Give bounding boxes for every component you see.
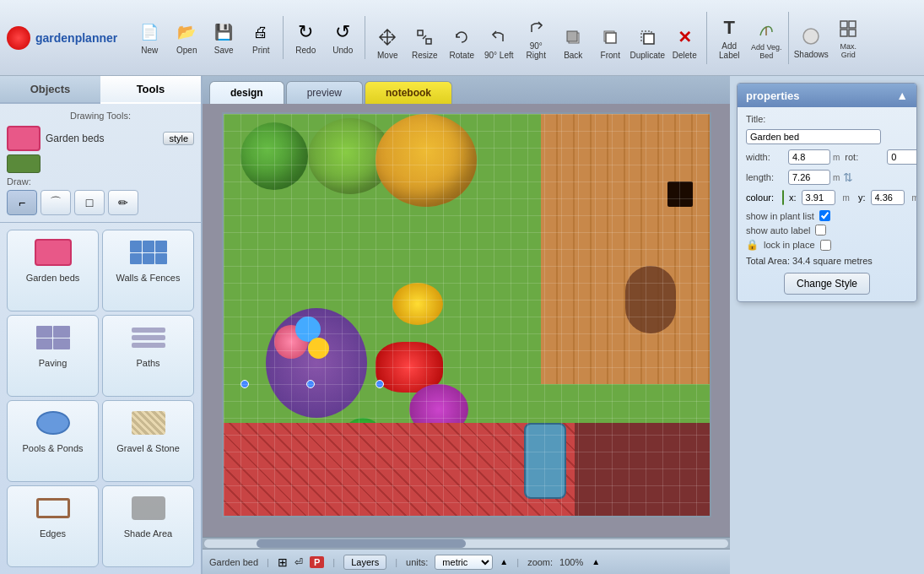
- new-label: New: [141, 46, 158, 55]
- max-grid-button[interactable]: Max. Grid: [829, 13, 867, 63]
- show-plant-list-checkbox[interactable]: [819, 210, 830, 221]
- file-tools: 📄 New 📂 Open 💾 Save 🖨 Print: [131, 16, 284, 59]
- redo-icon: ↻: [294, 20, 317, 44]
- logo-text: gardenplanner: [35, 31, 117, 45]
- object-garden-beds[interactable]: Garden beds: [7, 230, 99, 311]
- status-sep-4: |: [516, 557, 519, 567]
- add-label-button[interactable]: T Add Label: [711, 12, 748, 64]
- marker-btn[interactable]: P: [310, 556, 324, 568]
- object-paving[interactable]: Paving: [7, 315, 99, 397]
- move-button[interactable]: Move: [369, 21, 406, 64]
- rotate-right-button[interactable]: 90° Right: [517, 12, 554, 64]
- show-auto-label-checkbox[interactable]: [815, 225, 826, 236]
- canvas-scroll[interactable]: [203, 104, 730, 537]
- flowers-scatter-1: [392, 283, 443, 325]
- topbar: gardenplanner 📄 New 📂 Open 💾 Save 🖨 Prin…: [0, 0, 924, 76]
- units-select[interactable]: metric imperial: [435, 555, 493, 570]
- rotate-left-button[interactable]: 90° Left: [480, 21, 517, 64]
- colour-swatch[interactable]: [782, 190, 784, 205]
- prop-title-input-row: [746, 129, 908, 144]
- add-veg-bed-button[interactable]: Add Veg. Bed: [748, 14, 785, 64]
- tab-notebook[interactable]: notebook: [365, 81, 452, 104]
- open-label: Open: [176, 46, 197, 55]
- zoom-arrow[interactable]: ▲: [592, 557, 600, 566]
- tab-design[interactable]: design: [209, 81, 284, 104]
- length-label: length:: [746, 172, 788, 182]
- edges-icon: [31, 491, 75, 525]
- redo-button[interactable]: ↻ Redo: [287, 16, 324, 59]
- selection-handle-tl[interactable]: [240, 380, 249, 388]
- draw-curve-button[interactable]: ⌒: [41, 190, 71, 215]
- object-paths[interactable]: Paths: [102, 315, 194, 397]
- object-gravel[interactable]: Gravel & Stone: [102, 400, 194, 482]
- prop-width-row: width: m rot:: [746, 149, 908, 165]
- horizontal-scrollbar[interactable]: [203, 537, 730, 549]
- selection-handle-tm[interactable]: [306, 380, 315, 388]
- delete-button[interactable]: ✕ Delete: [666, 21, 703, 64]
- draw-rect-button[interactable]: ⌐: [7, 190, 37, 215]
- tab-tools[interactable]: Tools: [100, 76, 201, 104]
- svg-rect-1: [426, 39, 431, 44]
- properties-body: Title: width: m rot: length: m ⇅: [738, 107, 916, 301]
- draw-freehand-button[interactable]: ✏: [108, 190, 138, 215]
- lock-in-place-checkbox[interactable]: [820, 240, 831, 251]
- object-shade[interactable]: Shade Area: [102, 485, 194, 567]
- units-arrow[interactable]: ▲: [500, 557, 508, 566]
- object-walls-fences[interactable]: Walls & Fences: [102, 230, 194, 311]
- length-input[interactable]: [788, 170, 830, 185]
- left-panel: Objects Tools Drawing Tools: Garden beds…: [0, 76, 203, 574]
- status-sep-1: |: [267, 557, 269, 567]
- undo-button[interactable]: ↺ Undo: [324, 16, 361, 59]
- rot-input[interactable]: [887, 149, 917, 165]
- new-button[interactable]: 📄 New: [131, 16, 168, 59]
- duplicate-button[interactable]: Duplicate: [629, 21, 666, 64]
- undo-icon: ↺: [331, 20, 354, 44]
- object-pools[interactable]: Pools & Ponds: [7, 400, 99, 482]
- front-label: Front: [601, 51, 620, 60]
- garden-bed-color-box: [7, 126, 41, 151]
- front-button[interactable]: Front: [592, 21, 629, 64]
- style-button[interactable]: style: [163, 132, 194, 145]
- open-button[interactable]: 📂 Open: [168, 16, 205, 59]
- save-button[interactable]: 💾 Save: [205, 16, 242, 59]
- y-unit: m: [912, 193, 918, 203]
- length-arrows[interactable]: ⇅: [843, 171, 853, 184]
- duplicate-label: Duplicate: [630, 51, 665, 60]
- svg-rect-8: [644, 34, 654, 44]
- tab-bar: design preview notebook: [203, 76, 730, 104]
- walls-icon: [127, 236, 170, 269]
- tab-preview[interactable]: preview: [286, 81, 363, 104]
- y-input[interactable]: [871, 190, 905, 205]
- scroll-thumb[interactable]: [257, 539, 466, 548]
- change-style-button[interactable]: Change Style: [784, 273, 870, 295]
- status-sep-2: |: [332, 557, 335, 567]
- duplicate-icon: [635, 25, 659, 49]
- main-layout: Objects Tools Drawing Tools: Garden beds…: [0, 76, 924, 574]
- print-button[interactable]: 🖨 Print: [242, 16, 279, 59]
- title-input[interactable]: [746, 129, 881, 144]
- move-icon: [376, 25, 399, 49]
- shadows-button[interactable]: Shadows: [792, 20, 829, 63]
- layers-button[interactable]: Layers: [343, 555, 386, 570]
- width-input[interactable]: [788, 149, 830, 165]
- scroll-track[interactable]: [204, 539, 728, 548]
- svg-rect-10: [840, 21, 847, 28]
- resize-button[interactable]: Resize: [406, 21, 443, 64]
- save-icon: 💾: [212, 20, 235, 44]
- zoom-value: 100%: [559, 557, 583, 567]
- color-row: [7, 154, 194, 173]
- gravel-label: Gravel & Stone: [116, 443, 180, 453]
- resize-label: Resize: [412, 51, 438, 60]
- selection-handle-tr[interactable]: [376, 380, 384, 388]
- color-preview[interactable]: [7, 154, 41, 173]
- logo: gardenplanner: [7, 26, 117, 50]
- back-button[interactable]: Back: [554, 21, 592, 64]
- collapse-button[interactable]: ▲: [896, 89, 908, 102]
- tab-objects[interactable]: Objects: [0, 76, 100, 102]
- paths-icon: [127, 321, 170, 355]
- draw-square-button[interactable]: □: [74, 190, 105, 215]
- back-icon: [561, 25, 585, 49]
- rotate-button[interactable]: Rotate: [443, 21, 480, 64]
- object-edges[interactable]: Edges: [7, 485, 99, 567]
- x-input[interactable]: [802, 190, 835, 205]
